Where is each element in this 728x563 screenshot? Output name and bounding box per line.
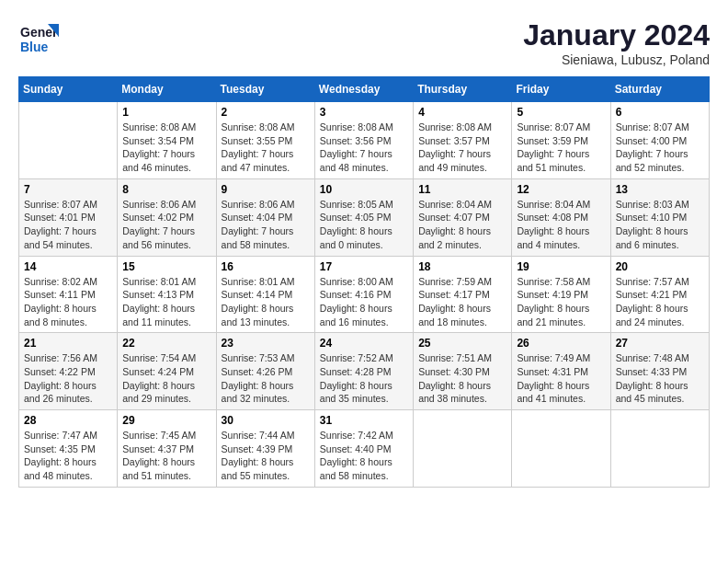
day-info: Sunrise: 8:03 AMSunset: 4:10 PMDaylight:… [616,198,704,252]
day-number: 21 [24,337,112,350]
day-number: 14 [24,260,112,273]
location-subtitle: Sieniawa, Lubusz, Poland [523,52,710,67]
day-number: 11 [418,183,506,196]
calendar-cell: 28 Sunrise: 7:47 AMSunset: 4:35 PMDaylig… [19,410,118,488]
calendar-cell: 14 Sunrise: 8:02 AMSunset: 4:11 PMDaylig… [19,256,118,333]
weekday-header-thursday: Thursday [414,77,512,102]
calendar-cell: 21 Sunrise: 7:56 AMSunset: 4:22 PMDaylig… [19,333,118,410]
day-info: Sunrise: 8:07 AMSunset: 4:00 PMDaylight:… [616,121,704,175]
day-number: 1 [122,106,210,119]
day-number: 9 [222,183,310,196]
logo-icon: General Blue [18,18,59,59]
calendar-cell [610,410,709,488]
calendar-cell: 15 Sunrise: 8:01 AMSunset: 4:13 PMDaylig… [118,256,216,333]
calendar-cell: 3 Sunrise: 8:08 AMSunset: 3:56 PMDayligh… [314,102,413,179]
day-info: Sunrise: 7:54 AMSunset: 4:24 PMDaylight:… [122,351,210,406]
day-number: 27 [616,337,704,350]
day-info: Sunrise: 8:00 AMSunset: 4:16 PMDaylight:… [320,275,408,329]
day-number: 8 [122,183,210,196]
weekday-header-monday: Monday [118,77,216,102]
day-info: Sunrise: 7:52 AMSunset: 4:28 PMDaylight:… [320,351,408,406]
day-number: 30 [222,414,310,427]
day-number: 17 [320,260,408,273]
day-info: Sunrise: 8:06 AMSunset: 4:04 PMDaylight:… [222,198,310,252]
week-row-1: 1 Sunrise: 8:08 AMSunset: 3:54 PMDayligh… [19,102,710,179]
day-info: Sunrise: 7:47 AMSunset: 4:35 PMDaylight:… [24,429,112,483]
calendar-cell: 2 Sunrise: 8:08 AMSunset: 3:55 PMDayligh… [216,102,314,179]
day-number: 22 [122,337,210,350]
weekday-header-sunday: Sunday [19,77,118,102]
day-info: Sunrise: 8:07 AMSunset: 3:59 PMDaylight:… [517,121,605,175]
logo: General Blue [18,18,61,63]
day-info: Sunrise: 7:56 AMSunset: 4:22 PMDaylight:… [24,351,112,406]
weekday-header-row: SundayMondayTuesdayWednesdayThursdayFrid… [19,77,710,102]
day-info: Sunrise: 8:07 AMSunset: 4:01 PMDaylight:… [24,198,112,252]
day-info: Sunrise: 8:08 AMSunset: 3:54 PMDaylight:… [122,121,210,175]
title-block: January 2024 Sieniawa, Lubusz, Poland [523,18,710,67]
day-info: Sunrise: 7:48 AMSunset: 4:33 PMDaylight:… [616,351,704,406]
calendar-cell: 17 Sunrise: 8:00 AMSunset: 4:16 PMDaylig… [314,256,413,333]
calendar-cell: 24 Sunrise: 7:52 AMSunset: 4:28 PMDaylig… [314,333,413,410]
day-info: Sunrise: 7:58 AMSunset: 4:19 PMDaylight:… [517,275,605,329]
calendar-cell: 9 Sunrise: 8:06 AMSunset: 4:04 PMDayligh… [216,178,314,256]
day-number: 29 [122,414,210,427]
day-number: 2 [222,106,310,119]
day-info: Sunrise: 7:51 AMSunset: 4:30 PMDaylight:… [418,351,506,406]
day-info: Sunrise: 8:01 AMSunset: 4:14 PMDaylight:… [222,275,310,329]
day-number: 5 [517,106,605,119]
day-number: 4 [418,106,506,119]
calendar-cell: 4 Sunrise: 8:08 AMSunset: 3:57 PMDayligh… [414,102,512,179]
weekday-header-tuesday: Tuesday [216,77,314,102]
day-number: 23 [222,337,310,350]
weekday-header-saturday: Saturday [610,77,709,102]
calendar-cell: 31 Sunrise: 7:42 AMSunset: 4:40 PMDaylig… [314,410,413,488]
day-number: 15 [122,260,210,273]
calendar-table: SundayMondayTuesdayWednesdayThursdayFrid… [18,76,710,488]
calendar-cell: 27 Sunrise: 7:48 AMSunset: 4:33 PMDaylig… [610,333,709,410]
calendar-cell: 8 Sunrise: 8:06 AMSunset: 4:02 PMDayligh… [118,178,216,256]
day-number: 16 [222,260,310,273]
day-number: 7 [24,183,112,196]
day-info: Sunrise: 8:02 AMSunset: 4:11 PMDaylight:… [24,275,112,329]
week-row-4: 21 Sunrise: 7:56 AMSunset: 4:22 PMDaylig… [19,333,710,410]
week-row-5: 28 Sunrise: 7:47 AMSunset: 4:35 PMDaylig… [19,410,710,488]
calendar-cell: 26 Sunrise: 7:49 AMSunset: 4:31 PMDaylig… [512,333,610,410]
calendar-cell: 12 Sunrise: 8:04 AMSunset: 4:08 PMDaylig… [512,178,610,256]
calendar-cell: 25 Sunrise: 7:51 AMSunset: 4:30 PMDaylig… [414,333,512,410]
svg-text:Blue: Blue [20,40,49,54]
day-number: 28 [24,414,112,427]
weekday-header-wednesday: Wednesday [314,77,413,102]
calendar-cell: 20 Sunrise: 7:57 AMSunset: 4:21 PMDaylig… [610,256,709,333]
day-info: Sunrise: 8:08 AMSunset: 3:57 PMDaylight:… [418,121,506,175]
page-header: General Blue January 2024 Sieniawa, Lubu… [18,18,710,67]
weekday-header-friday: Friday [512,77,610,102]
day-info: Sunrise: 8:06 AMSunset: 4:02 PMDaylight:… [122,198,210,252]
calendar-cell: 18 Sunrise: 7:59 AMSunset: 4:17 PMDaylig… [414,256,512,333]
day-info: Sunrise: 8:01 AMSunset: 4:13 PMDaylight:… [122,275,210,329]
day-info: Sunrise: 7:49 AMSunset: 4:31 PMDaylight:… [517,351,605,406]
day-info: Sunrise: 8:04 AMSunset: 4:07 PMDaylight:… [418,198,506,252]
calendar-cell: 5 Sunrise: 8:07 AMSunset: 3:59 PMDayligh… [512,102,610,179]
calendar-cell [512,410,610,488]
day-info: Sunrise: 7:44 AMSunset: 4:39 PMDaylight:… [222,429,310,483]
day-number: 19 [517,260,605,273]
day-number: 18 [418,260,506,273]
calendar-cell: 23 Sunrise: 7:53 AMSunset: 4:26 PMDaylig… [216,333,314,410]
day-info: Sunrise: 7:45 AMSunset: 4:37 PMDaylight:… [122,429,210,483]
day-info: Sunrise: 8:08 AMSunset: 3:55 PMDaylight:… [222,121,310,175]
calendar-cell [19,102,118,179]
day-number: 24 [320,337,408,350]
day-info: Sunrise: 7:42 AMSunset: 4:40 PMDaylight:… [320,429,408,483]
calendar-cell [414,410,512,488]
calendar-cell: 1 Sunrise: 8:08 AMSunset: 3:54 PMDayligh… [118,102,216,179]
day-info: Sunrise: 8:08 AMSunset: 3:56 PMDaylight:… [320,121,408,175]
calendar-cell: 7 Sunrise: 8:07 AMSunset: 4:01 PMDayligh… [19,178,118,256]
day-number: 3 [320,106,408,119]
calendar-cell: 22 Sunrise: 7:54 AMSunset: 4:24 PMDaylig… [118,333,216,410]
day-number: 25 [418,337,506,350]
day-info: Sunrise: 8:05 AMSunset: 4:05 PMDaylight:… [320,198,408,252]
day-number: 26 [517,337,605,350]
calendar-cell: 16 Sunrise: 8:01 AMSunset: 4:14 PMDaylig… [216,256,314,333]
calendar-cell: 10 Sunrise: 8:05 AMSunset: 4:05 PMDaylig… [314,178,413,256]
day-info: Sunrise: 8:04 AMSunset: 4:08 PMDaylight:… [517,198,605,252]
